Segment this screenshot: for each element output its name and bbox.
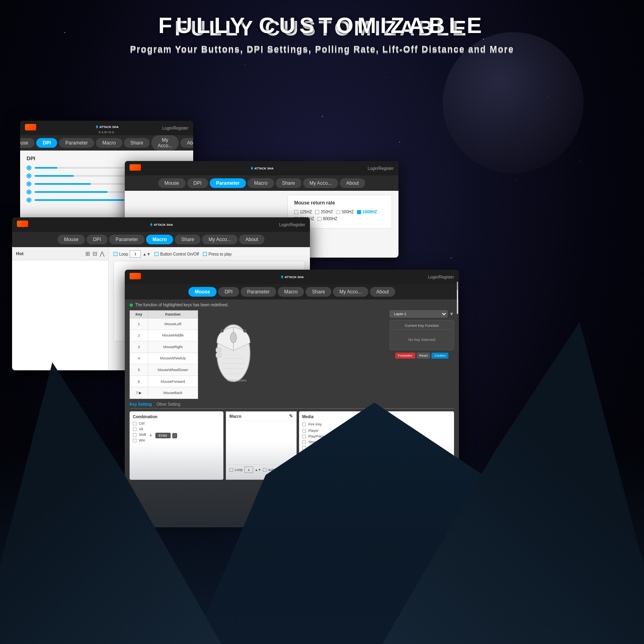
page-subheadline: Program Your Buttons, DPI Settings, Poll… [0, 44, 644, 54]
page-headline: FULLY CUSTOMIZABLE [0, 12, 644, 38]
top-content: FULLY CUSTOMIZABLE Program Your Buttons,… [0, 12, 644, 54]
content-wrapper: FULLY CUSTOMIZABLE Program Your Buttons,… [0, 0, 644, 644]
